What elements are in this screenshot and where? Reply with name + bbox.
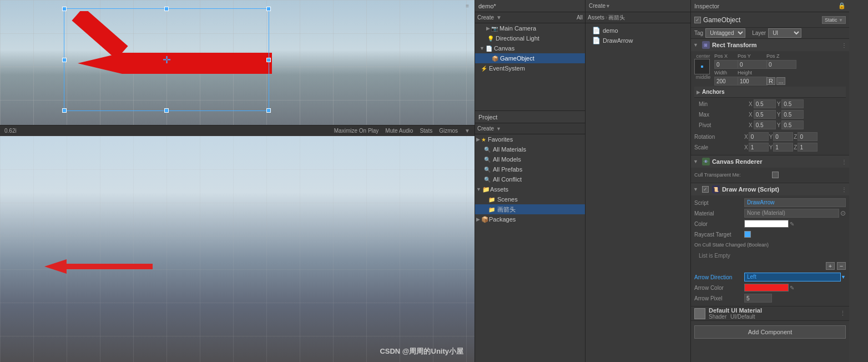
- arrow-direction-label: Arrow Direction: [694, 274, 744, 280]
- cull-checkbox[interactable]: [772, 172, 779, 178]
- hierarchy-item-canvas[interactable]: ▼ 📄 Canvas: [475, 43, 585, 53]
- draw-arrow-enabled[interactable]: ✓: [702, 186, 709, 193]
- stats[interactable]: Stats: [420, 128, 432, 134]
- raycast-checkbox[interactable]: [744, 231, 751, 238]
- material-label: Material: [694, 210, 744, 217]
- pos-grid: Pos X Pos Y Pos Z: [714, 53, 846, 69]
- favorites-section-header[interactable]: ▶ ★ Favorites: [475, 134, 585, 144]
- scroll-indicator: ≡: [466, 3, 469, 9]
- file-drawarrow[interactable]: 📄 DrawArrow: [588, 36, 688, 46]
- pivot-row: Pivot X Y: [699, 120, 846, 130]
- handle-tl[interactable]: [62, 7, 67, 11]
- packages-section-header[interactable]: ▶ 📦 Packages: [475, 214, 585, 224]
- project-all-conflict[interactable]: 🔍 All Conflict: [475, 174, 585, 184]
- scale-y-input[interactable]: [773, 143, 793, 152]
- gameobject-enabled-checkbox[interactable]: ✓: [694, 17, 701, 23]
- hierarchy-item-directional-light[interactable]: 💡 Directional Light: [475, 33, 585, 43]
- rot-y-input[interactable]: [773, 132, 793, 141]
- on-cull-row: On Cull State Changed (Boolean): [694, 240, 846, 250]
- all-btn[interactable]: All: [577, 14, 583, 21]
- arrow-color-row: Arrow Color ✎: [694, 283, 846, 293]
- tag-dropdown[interactable]: Untagged: [705, 28, 745, 38]
- file-demo[interactable]: 📄 demo: [588, 26, 688, 36]
- project-all-materials[interactable]: 🔍 All Materials: [475, 144, 585, 154]
- asset-draw-arrow[interactable]: 📁 画箭头: [475, 204, 585, 214]
- min-y-input[interactable]: [781, 99, 804, 108]
- color-swatch[interactable]: [744, 220, 789, 228]
- draw-arrow-icon: 📜: [712, 185, 720, 193]
- hierarchy-item-eventsystem[interactable]: ⚡ EventSystem: [475, 63, 585, 73]
- canvas-renderer-title: Canvas Renderer: [712, 158, 839, 165]
- svg-marker-4: [44, 259, 67, 274]
- rot-z-input[interactable]: [798, 132, 817, 141]
- assets-create-btn[interactable]: Create: [589, 3, 605, 9]
- min-x-input[interactable]: [754, 99, 776, 108]
- scale-z-input[interactable]: [798, 143, 817, 152]
- create-btn[interactable]: Create: [477, 14, 494, 21]
- assets-create-arrow: ▼: [605, 3, 610, 9]
- layer-dropdown[interactable]: UI: [768, 28, 801, 38]
- arrow-pixel-input[interactable]: [744, 294, 772, 303]
- handle-ml[interactable]: [62, 58, 67, 62]
- rot-x-input[interactable]: [749, 132, 769, 141]
- scene-upper[interactable]: ✛ ≡: [0, 0, 475, 125]
- scale-x-input[interactable]: [749, 143, 769, 152]
- rect-transform-title: Rect Transform: [712, 42, 839, 48]
- canvas-renderer-header[interactable]: ▼ 👁 Canvas Renderer ⋮: [691, 155, 849, 168]
- breadcrumb-folder[interactable]: 画箭头: [608, 14, 625, 22]
- script-ref[interactable]: DrawArrow: [744, 198, 846, 207]
- hierarchy-item-main-camera[interactable]: ▶ 📷 Main Camera: [475, 23, 585, 33]
- canvas-renderer-options[interactable]: ⋮: [841, 159, 847, 165]
- add-component-button[interactable]: Add Component: [694, 325, 846, 339]
- material-options[interactable]: ⋮: [840, 310, 846, 317]
- hierarchy-panel: demo* Create ▼ All ▶ 📷 Main Camera 💡 Dir…: [475, 0, 585, 111]
- asset-scenes[interactable]: 📁 Scenes: [475, 194, 585, 204]
- lock-icon[interactable]: 🔒: [838, 2, 846, 9]
- breadcrumb-assets[interactable]: Assets: [588, 14, 604, 21]
- maximize-on-play[interactable]: Maximize On Play: [334, 128, 379, 134]
- assets-section-header[interactable]: ▼ 📁 Assets: [475, 184, 585, 194]
- assets-file-toolbar: Create ▼: [586, 0, 690, 12]
- project-all-prefabs[interactable]: 🔍 All Prefabs: [475, 164, 585, 174]
- remove-btn[interactable]: −: [837, 262, 846, 270]
- add-component-area: Add Component: [691, 321, 849, 343]
- max-y-input[interactable]: [781, 110, 804, 119]
- arrow-direction-dropdown[interactable]: Left: [744, 273, 841, 281]
- project-all-models[interactable]: 🔍 All Models: [475, 154, 585, 164]
- hierarchy-header: demo*: [475, 0, 585, 12]
- gameobject-header: ✓ GameObject Static ▼: [691, 12, 849, 28]
- pivot-x-input[interactable]: [754, 120, 776, 129]
- add-btn[interactable]: +: [826, 262, 835, 270]
- arrow-color-pick[interactable]: ✎: [790, 285, 794, 291]
- rt-edit-r[interactable]: R: [766, 77, 775, 85]
- draw-arrow-options[interactable]: ⋮: [841, 187, 847, 193]
- material-info: Default UI Material Shader UI/Default: [709, 307, 762, 320]
- material-pick[interactable]: ⊙: [840, 209, 846, 217]
- anchor-box[interactable]: [694, 59, 710, 74]
- handle-tr[interactable]: [266, 7, 271, 11]
- height-input[interactable]: [738, 77, 768, 86]
- pos-z-input[interactable]: [766, 60, 796, 69]
- gizmos[interactable]: Gizmos: [439, 128, 458, 134]
- arrow-color-swatch[interactable]: [744, 284, 789, 291]
- scene-lower[interactable]: CSDN @周周的Unity小屋: [0, 136, 475, 362]
- hierarchy-item-gameobject[interactable]: 📦 GameObject: [475, 53, 585, 63]
- anchors-header[interactable]: ▶ Anchors: [694, 87, 846, 98]
- color-pick[interactable]: ✎: [790, 221, 794, 227]
- pos-y-input[interactable]: [738, 60, 768, 69]
- mute-audio[interactable]: Mute Audio: [385, 128, 413, 134]
- handle-bl[interactable]: [62, 108, 67, 113]
- rt-edit-bp[interactable]: ...: [776, 77, 785, 85]
- project-panel: Project Create ▼ ▶ ★ Favorites 🔍 All Mat…: [475, 111, 585, 362]
- rect-transform-header[interactable]: ▼ ⊞ Rect Transform ⋮: [691, 39, 849, 51]
- handle-tm[interactable]: [164, 7, 169, 11]
- anchor-widget[interactable]: center middle: [694, 53, 712, 80]
- max-x-input[interactable]: [754, 110, 776, 119]
- material-field[interactable]: None (Material): [744, 209, 839, 218]
- rt-options[interactable]: ⋮: [841, 42, 847, 48]
- pivot-y-input[interactable]: [781, 120, 804, 129]
- project-create-btn[interactable]: Create: [477, 125, 494, 132]
- anchors-max-row: Max X Y: [699, 109, 846, 119]
- draw-arrow-header[interactable]: ▼ ✓ 📜 Draw Arrow (Script) ⋮: [691, 183, 849, 195]
- pivot-label: Pivot: [699, 122, 749, 128]
